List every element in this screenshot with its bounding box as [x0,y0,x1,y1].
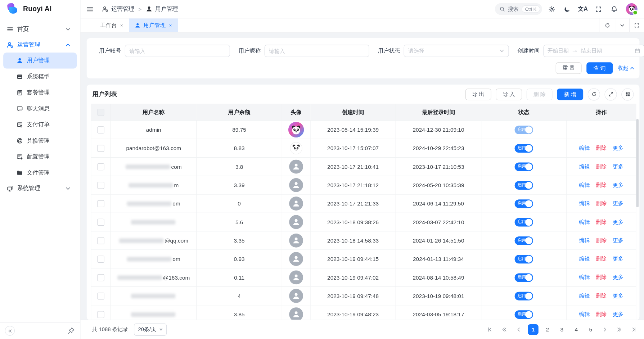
more-link[interactable]: 更多 [613,255,623,263]
more-link[interactable]: 更多 [613,311,623,318]
breadcrumb-item[interactable]: 运营管理 [111,5,134,13]
prev-page-button[interactable] [513,324,524,335]
fullscreen-button[interactable] [592,3,604,15]
language-button[interactable]: 文A [577,3,589,15]
more-link[interactable]: 更多 [613,181,623,189]
delete-link[interactable]: 删除 [596,274,607,281]
close-icon[interactable]: × [120,22,123,28]
status-toggle[interactable]: 启用 [515,218,533,226]
tab-maximize-button[interactable] [629,18,644,32]
edit-link[interactable]: 编辑 [579,292,590,300]
notifications-button[interactable] [608,3,620,15]
user-avatar[interactable] [626,3,638,15]
column-settings-button[interactable] [621,88,634,100]
status-toggle[interactable]: 启用 [515,273,533,282]
edit-link[interactable]: 编辑 [579,237,590,244]
more-link[interactable]: 更多 [613,237,623,244]
sidebar-item-system[interactable]: 系统管理 [0,181,80,196]
row-checkbox[interactable] [97,218,104,225]
delete-link[interactable]: 删除 [596,144,607,152]
prev-5-pages-button[interactable] [499,324,510,335]
row-checkbox[interactable] [97,237,104,244]
delete-link[interactable]: 删除 [596,163,607,171]
more-link[interactable]: 更多 [613,218,623,226]
sidebar-item-operations[interactable]: 运营管理 [0,37,80,53]
status-select[interactable]: 请选择 [404,45,509,57]
row-checkbox[interactable] [97,145,104,152]
tab-refresh-button[interactable] [600,18,615,32]
row-checkbox[interactable] [97,163,104,170]
status-toggle[interactable]: 启用 [515,144,533,153]
delete-link[interactable]: 删除 [596,255,607,263]
delete-button[interactable]: 删 除 [526,89,553,100]
status-toggle[interactable]: 启用 [515,125,533,134]
delete-link[interactable]: 删除 [596,181,607,189]
row-checkbox[interactable] [97,182,104,189]
refresh-table-button[interactable] [588,88,600,100]
page-button-4[interactable]: 4 [571,324,582,335]
next-page-button[interactable] [600,324,611,335]
edit-link[interactable]: 编辑 [579,181,590,189]
more-link[interactable]: 更多 [613,144,623,152]
edit-link[interactable]: 编辑 [579,163,590,171]
tab-user-management[interactable]: 用户管理 × [129,18,178,32]
status-toggle[interactable]: 启用 [515,181,533,189]
fullscreen-table-button[interactable] [604,88,617,100]
sidebar-item-payment-orders[interactable]: 支付订单 [3,117,77,132]
close-icon[interactable]: × [169,22,172,28]
sidebar-collapse-button[interactable] [5,326,15,336]
settings-button[interactable] [545,3,558,15]
next-5-pages-button[interactable] [614,324,625,335]
table-scrollbar[interactable] [636,119,639,207]
delete-link[interactable]: 删除 [596,218,607,226]
tab-menu-button[interactable] [615,18,629,32]
status-toggle[interactable]: 启用 [515,310,533,319]
edit-link[interactable]: 编辑 [579,255,590,263]
status-toggle[interactable]: 启用 [515,255,533,263]
row-checkbox[interactable] [97,311,104,318]
delete-link[interactable]: 删除 [596,200,607,207]
last-page-button[interactable] [629,324,639,335]
select-all-checkbox[interactable] [97,109,104,116]
row-checkbox[interactable] [97,126,104,133]
sidebar-item-config[interactable]: 配置管理 [3,149,77,164]
add-button[interactable]: 新 增 [557,89,584,100]
status-toggle[interactable]: 启用 [515,291,533,300]
reset-button[interactable]: 重 置 [555,62,582,74]
sidebar-item-files[interactable]: 文件管理 [3,164,77,180]
status-toggle[interactable]: 启用 [515,162,533,171]
row-checkbox[interactable] [97,274,104,281]
date-range-picker[interactable]: 开始日期 结束日期 [543,45,644,57]
sidebar-item-chat-messages[interactable]: 聊天消息 [3,100,77,116]
sidebar-item-redeem[interactable]: 兑换管理 [3,132,77,148]
edit-link[interactable]: 编辑 [579,218,590,226]
page-button-5[interactable]: 5 [585,324,596,335]
page-button-2[interactable]: 2 [542,324,553,335]
nickname-input[interactable] [265,45,369,57]
page-size-select[interactable]: 20条/页 [134,324,167,336]
sidebar-item-user-management[interactable]: 用户管理 [3,53,77,68]
row-checkbox[interactable] [97,293,104,299]
delete-link[interactable]: 删除 [596,237,607,244]
more-link[interactable]: 更多 [613,163,623,171]
hamburger-icon[interactable] [86,5,94,13]
sidebar-item-system-models[interactable]: 系统模型 [3,68,77,84]
theme-toggle-button[interactable] [561,3,573,15]
account-input[interactable] [125,45,230,57]
status-toggle[interactable]: 启用 [515,236,533,245]
edit-link[interactable]: 编辑 [579,144,590,152]
more-link[interactable]: 更多 [613,292,623,300]
delete-link[interactable]: 删除 [596,292,607,300]
tab-workbench[interactable]: 工作台 × [94,18,129,32]
more-link[interactable]: 更多 [613,200,623,207]
first-page-button[interactable] [485,324,495,335]
row-checkbox[interactable] [97,256,104,262]
row-checkbox[interactable] [97,200,104,207]
status-toggle[interactable]: 启用 [515,199,533,208]
edit-link[interactable]: 编辑 [579,311,590,318]
page-button-3[interactable]: 3 [557,324,567,335]
search-button[interactable]: 查 询 [587,62,613,74]
collapse-filter-link[interactable]: 收起 [618,64,635,72]
global-search[interactable]: 搜索 Ctrl K [495,3,542,15]
more-link[interactable]: 更多 [613,274,623,281]
